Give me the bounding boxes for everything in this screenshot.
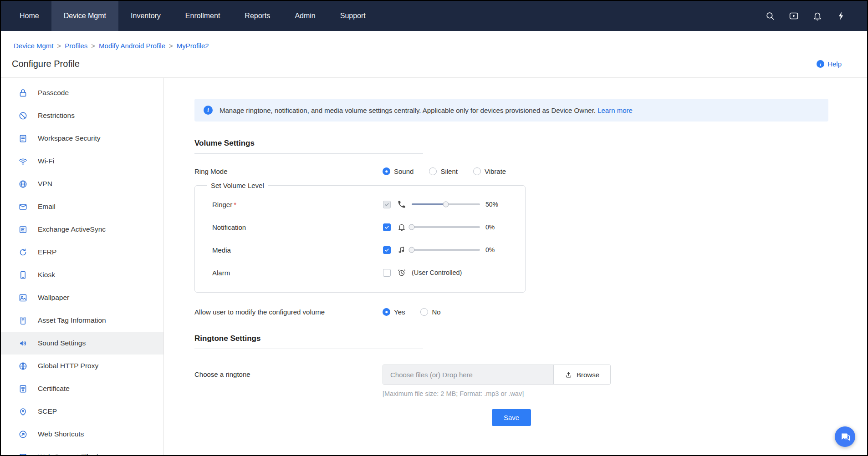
radio-yes[interactable]: Yes [383, 308, 405, 316]
breadcrumb-item-device-mgmt[interactable]: Device Mgmt [14, 42, 54, 50]
ring-mode-label: Ring Mode [194, 167, 383, 175]
radio-dot[interactable] [429, 167, 437, 175]
sidebar-item-sound-settings[interactable]: Sound Settings [1, 332, 163, 355]
info-icon: i [817, 60, 824, 68]
set-volume-level-box: Set Volume Level Ringer*50%Notification0… [194, 182, 526, 293]
sidebar-item-vpn[interactable]: VPN [1, 172, 163, 195]
exchange-icon [18, 225, 28, 234]
sidebar-item-certificate[interactable]: Certificate [1, 377, 163, 400]
sidebar-item-scep[interactable]: SCEP [1, 400, 163, 423]
choose-ringtone-label: Choose a ringtone [194, 365, 383, 378]
media-volume-slider[interactable] [412, 249, 480, 251]
radio-no[interactable]: No [420, 308, 440, 316]
chat-fab[interactable] [835, 426, 855, 447]
volume-row-label-text: Alarm [212, 269, 230, 277]
volume-rows: Ringer*50%Notification0%Media0%Alarm(Use… [195, 193, 525, 284]
cert-icon [18, 384, 28, 394]
sidebar-item-web-content-filtering[interactable]: Web Content Filtering [1, 446, 163, 455]
file-drop-zone[interactable]: Choose files (or) Drop here [383, 365, 553, 384]
music-icon [397, 245, 406, 254]
volume-row-notification: Notification0% [195, 216, 525, 238]
allow-modify-row: Allow user to modify the configured volu… [194, 308, 867, 316]
sidebar-item-label: Wi-Fi [38, 157, 54, 165]
slider-thumb[interactable] [443, 202, 449, 208]
browse-button[interactable]: Browse [553, 365, 610, 384]
workspace-icon [18, 134, 28, 143]
volume-row-label: Notification [212, 223, 383, 231]
sidebar-item-wallpaper[interactable]: Wallpaper [1, 286, 163, 309]
breadcrumb-separator: > [169, 42, 173, 50]
sidebar-item-kiosk[interactable]: Kiosk [1, 263, 163, 286]
breadcrumb-item-myprofile2[interactable]: MyProfile2 [177, 42, 209, 50]
notification-checkbox[interactable] [383, 223, 391, 231]
nav-items: HomeDevice MgmtInventoryEnrollmentReport… [7, 1, 378, 31]
sidebar-item-restrictions[interactable]: Restrictions [1, 104, 163, 127]
sidebar-item-label: Workspace Security [38, 134, 101, 142]
browse-label: Browse [577, 371, 599, 379]
search-icon[interactable] [765, 11, 775, 21]
volume-row-label: Alarm [212, 269, 383, 277]
nav-item-home[interactable]: Home [7, 1, 51, 31]
radio-dot[interactable] [383, 167, 390, 175]
mail-icon [18, 202, 28, 212]
radio-silent[interactable]: Silent [429, 167, 458, 175]
volume-row-label-text: Notification [212, 223, 246, 231]
radio-dot[interactable] [473, 167, 481, 175]
ringer-volume-slider[interactable] [412, 203, 480, 205]
video-icon[interactable] [789, 11, 799, 21]
scep-icon [18, 407, 28, 416]
volume-row-label-text: Media [212, 246, 231, 254]
breadcrumb-item-profiles[interactable]: Profiles [65, 42, 87, 50]
sidebar-item-asset-tag-information[interactable]: Asset Tag Information [1, 309, 163, 332]
sidebar-item-passcode[interactable]: Passcode [1, 81, 163, 104]
volume-row-ringer: Ringer*50% [195, 193, 525, 216]
volume-row-label: Ringer* [212, 201, 383, 208]
sidebar-item-wi-fi[interactable]: Wi-Fi [1, 150, 163, 172]
volume-row-alarm: Alarm(User Controlled) [195, 261, 525, 284]
sidebar-item-email[interactable]: Email [1, 195, 163, 218]
sidebar-item-label: Kiosk [38, 271, 55, 279]
restrict-icon [18, 111, 28, 121]
slider-value: 0% [485, 246, 495, 253]
save-button[interactable]: Save [492, 409, 531, 426]
alarm-icon [397, 268, 406, 277]
sidebar-item-workspace-security[interactable]: Workspace Security [1, 127, 163, 150]
choose-ringtone-row: Choose a ringtone Choose files (or) Drop… [194, 365, 867, 397]
notification-volume-slider[interactable] [412, 226, 480, 228]
slider-thumb[interactable] [409, 224, 415, 230]
alarm-checkbox[interactable] [383, 269, 391, 277]
breadcrumb-item-modify-android-profile[interactable]: Modify Android Profile [99, 42, 165, 50]
radio-vibrate[interactable]: Vibrate [473, 167, 506, 175]
volume-row-media: Media0% [195, 238, 525, 261]
ringtone-control: Choose files (or) Drop here Browse [Maxi… [383, 365, 611, 397]
flash-icon[interactable] [836, 11, 846, 21]
nav-icons [765, 1, 867, 31]
nav-item-support[interactable]: Support [328, 1, 378, 31]
nav-item-admin[interactable]: Admin [282, 1, 327, 31]
slider-thumb[interactable] [409, 247, 415, 253]
sidebar-item-efrp[interactable]: EFRP [1, 241, 163, 263]
sidebar-item-label: Web Shortcuts [38, 430, 84, 438]
nav-item-reports[interactable]: Reports [232, 1, 282, 31]
ring-mode-row: Ring Mode SoundSilentVibrate [194, 167, 867, 175]
upload-icon [565, 371, 572, 379]
breadcrumb-separator: > [57, 42, 61, 50]
radio-sound[interactable]: Sound [383, 167, 414, 175]
sidebar-item-exchange-activesync[interactable]: Exchange ActiveSync [1, 218, 163, 241]
globe-icon [18, 179, 28, 189]
file-hint: [Maximum file size: 2 MB; Format: .mp3 o… [383, 390, 611, 397]
help-link[interactable]: i Help [817, 60, 842, 68]
slider-fill [412, 203, 446, 205]
nav-item-inventory[interactable]: Inventory [118, 1, 173, 31]
nav-item-device-mgmt[interactable]: Device Mgmt [51, 1, 118, 31]
media-checkbox[interactable] [383, 246, 391, 254]
radio-dot[interactable] [383, 308, 390, 316]
notification-icon[interactable] [812, 11, 822, 21]
radio-label: Vibrate [485, 167, 506, 175]
sidebar-item-global-http-proxy[interactable]: Global HTTP Proxy [1, 355, 163, 377]
app-window: HomeDevice MgmtInventoryEnrollmentReport… [0, 0, 868, 456]
sidebar-item-web-shortcuts[interactable]: Web Shortcuts [1, 423, 163, 446]
learn-more-link[interactable]: Learn more [597, 106, 633, 114]
nav-item-enrollment[interactable]: Enrollment [173, 1, 232, 31]
radio-dot[interactable] [420, 308, 428, 316]
